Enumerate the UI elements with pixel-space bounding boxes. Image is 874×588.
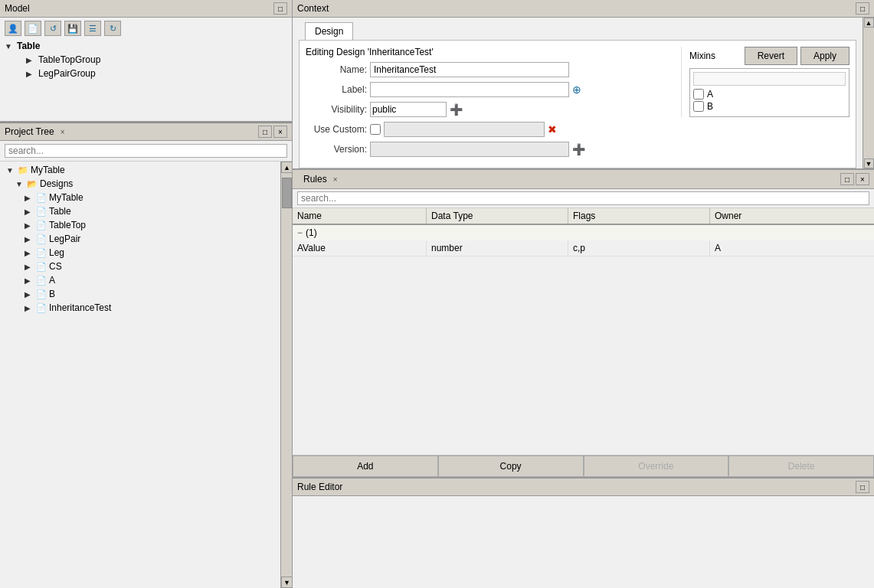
folder-icon-designs: 📂 [27, 179, 38, 189]
project-tree-scrollbar[interactable]: ▲ ▼ [280, 162, 292, 588]
add-rule-button[interactable]: Add [293, 456, 438, 477]
project-node-tabletop-doc[interactable]: ▶ 📄 TableTop [0, 218, 280, 232]
add-visibility-icon[interactable]: ➕ [450, 103, 463, 116]
project-tree-header: Project Tree × □ × [0, 122, 292, 141]
project-b-doc-label: B [49, 289, 55, 299]
rules-group-row: − (1) [293, 225, 874, 240]
tree-arrow-ttg: ▶ [26, 56, 35, 64]
doc-icon-mytable: 📄 [36, 193, 47, 203]
arrow-table-doc: ▶ [25, 207, 34, 216]
rule-editor-maximize-button[interactable]: □ [856, 481, 869, 493]
mixins-panel: Mixins Revert Apply [681, 47, 849, 117]
document-icon[interactable]: 📄 [25, 21, 41, 36]
model-tree: ▼ Table ▶ TableTopGroup ▶ LegPairGroup [0, 39, 292, 80]
project-cs-doc-label: CS [49, 261, 62, 272]
project-designs-label: Designs [40, 178, 73, 189]
mixin-item-b: B [693, 101, 846, 112]
name-label: Name: [306, 64, 367, 75]
arrow-mytable-doc: ▶ [25, 194, 34, 202]
mixin-item-a: A [693, 89, 846, 100]
scroll-thumb[interactable] [282, 178, 292, 208]
refresh-icon[interactable]: ↻ [104, 21, 121, 36]
version-input[interactable] [370, 142, 569, 157]
rules-close-button[interactable]: × [856, 173, 869, 185]
rules-search-input[interactable] [297, 191, 869, 205]
model-child-legpairgroup: LegPairGroup [38, 68, 96, 79]
doc-icon-cs: 📄 [36, 262, 47, 272]
delete-rule-button[interactable]: Delete [728, 456, 874, 477]
revert-button[interactable]: Revert [745, 47, 797, 65]
scroll-up-button[interactable]: ▲ [281, 162, 292, 173]
doc-icon-b: 📄 [36, 289, 47, 299]
context-design-tab[interactable]: Design [305, 22, 353, 40]
label-input[interactable] [370, 82, 569, 97]
version-info-icon[interactable]: ➕ [572, 143, 585, 155]
table-row[interactable]: AValue number c,p A [293, 240, 874, 256]
project-tree-title: Project Tree [5, 126, 54, 137]
project-search-input[interactable] [5, 144, 287, 158]
remove-custom-icon[interactable]: ✖ [548, 123, 557, 136]
rules-tab-close[interactable]: × [333, 175, 338, 184]
group-collapse-icon[interactable]: − [297, 227, 303, 238]
copy-rule-button[interactable]: Copy [438, 456, 584, 477]
tree-icon[interactable]: ☰ [84, 21, 101, 36]
rules-header-btns: □ × [840, 173, 869, 185]
person-icon[interactable]: 👤 [5, 21, 21, 36]
mixin-checkbox-b[interactable] [693, 101, 704, 112]
rule-editor-title: Rule Editor [297, 482, 342, 492]
undo-icon[interactable]: ↺ [44, 21, 61, 36]
project-node-mytable-doc[interactable]: ▶ 📄 MyTable [0, 191, 280, 204]
col-header-datatype: Data Type [427, 208, 568, 224]
visibility-select-wrapper: public private protected [370, 102, 447, 117]
project-node-a-doc[interactable]: ▶ 📄 A [0, 273, 280, 287]
use-custom-input[interactable] [384, 122, 545, 137]
project-node-cs-doc[interactable]: ▶ 📄 CS [0, 260, 280, 273]
scroll-down-button[interactable]: ▼ [281, 577, 292, 588]
context-maximize-button[interactable]: □ [856, 2, 869, 15]
project-tree-close-button[interactable]: × [273, 126, 287, 138]
model-tree-root[interactable]: ▼ Table [5, 39, 292, 53]
project-inheritancetest-doc-label: InheritanceTest [49, 302, 111, 313]
rule-editor-header: Rule Editor □ [293, 479, 874, 496]
project-mytable-doc-label: MyTable [49, 192, 83, 203]
model-panel-header: Model □ [0, 0, 292, 18]
add-label-icon[interactable]: ⊕ [572, 83, 581, 96]
project-tree-restore-button[interactable]: □ [258, 126, 272, 138]
model-panel-title: Model [5, 3, 30, 14]
context-scroll-up[interactable]: ▲ [864, 18, 874, 28]
project-node-legpair-doc[interactable]: ▶ 📄 LegPair [0, 232, 280, 246]
project-node-mytable-root[interactable]: ▼ 📁 MyTable [0, 163, 280, 177]
mixin-checkbox-a[interactable] [693, 89, 704, 100]
model-tree-item-tabletopgroup[interactable]: ▶ TableTopGroup [5, 53, 292, 67]
arrow-a-doc: ▶ [25, 276, 34, 285]
project-a-doc-label: A [49, 275, 55, 286]
project-node-inheritancetest-doc[interactable]: ▶ 📄 InheritanceTest [0, 301, 280, 315]
model-maximize-button[interactable]: □ [273, 2, 287, 15]
save-icon[interactable]: 💾 [64, 21, 81, 36]
name-input[interactable] [370, 62, 569, 77]
context-scroll-down[interactable]: ▼ [864, 158, 874, 168]
col-header-owner: Owner [710, 208, 874, 224]
visibility-row: Visibility: public private protected [306, 102, 673, 117]
context-scrollbar[interactable]: ▲ ▼ [863, 18, 874, 168]
project-node-leg-doc[interactable]: ▶ 📄 Leg [0, 246, 280, 260]
visibility-select[interactable]: public private protected [370, 102, 447, 117]
col-header-flags: Flags [568, 208, 710, 224]
mixins-empty-input[interactable] [693, 72, 846, 86]
rules-tab[interactable]: Rules × [297, 172, 344, 186]
arrow-b-doc: ▶ [25, 290, 34, 299]
project-tree-close[interactable]: × [61, 128, 65, 136]
use-custom-checkbox[interactable] [370, 124, 381, 135]
project-tree-header-btns: □ × [258, 126, 287, 138]
project-node-designs[interactable]: ▼ 📂 Designs [0, 177, 280, 191]
editing-label: Editing Design 'InheritanceTest' [306, 47, 673, 57]
rules-restore-button[interactable]: □ [840, 173, 854, 185]
project-node-table-doc[interactable]: ▶ 📄 Table [0, 204, 280, 218]
model-tree-item-legpairgroup[interactable]: ▶ LegPairGroup [5, 67, 292, 80]
project-node-b-doc[interactable]: ▶ 📄 B [0, 287, 280, 301]
doc-icon-inheritancetest: 📄 [36, 303, 47, 313]
apply-button[interactable]: Apply [800, 47, 849, 65]
project-search-box [0, 141, 292, 162]
override-rule-button[interactable]: Override [584, 456, 729, 477]
tree-arrow-lpg: ▶ [26, 70, 35, 78]
